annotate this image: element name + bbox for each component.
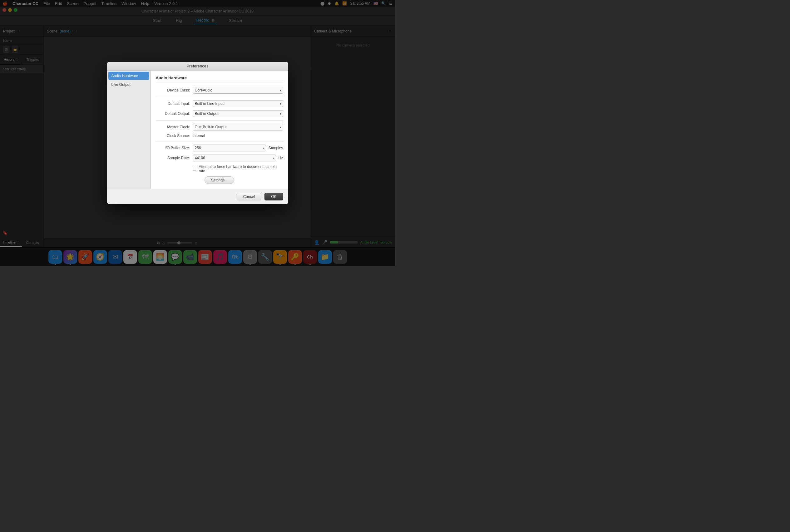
- dialog-footer: Cancel OK: [107, 189, 288, 204]
- default-input-value: Built-in Line Input: [195, 101, 224, 106]
- default-output-label: Default Output:: [156, 112, 190, 116]
- io-buffer-value: 256: [195, 146, 201, 150]
- divider-2: [156, 120, 283, 120]
- clock-source-row: Clock Source: Internal: [156, 134, 283, 138]
- force-sample-rate-checkbox[interactable]: [193, 167, 196, 171]
- sample-rate-unit: Hz: [279, 156, 283, 160]
- clock-source-value: Internal: [193, 134, 205, 138]
- dialog-sidebar: Audio Hardware Live Output: [107, 71, 151, 189]
- divider-1: [156, 97, 283, 97]
- io-buffer-row: I/O Buffer Size: 256 Samples: [156, 145, 283, 151]
- master-clock-value: Out: Built-in Output: [195, 125, 227, 129]
- settings-button[interactable]: Settings...: [205, 176, 234, 184]
- default-output-select[interactable]: Built-in Output: [193, 110, 283, 117]
- device-class-select-wrapper: CoreAudio: [193, 87, 283, 94]
- device-class-label: Device Class:: [156, 88, 190, 92]
- section-title: Audio Hardware: [156, 76, 283, 82]
- default-output-row: Default Output: Built-in Output: [156, 110, 283, 117]
- master-clock-select[interactable]: Out: Built-in Output: [193, 124, 283, 131]
- io-buffer-label: I/O Buffer Size:: [156, 146, 190, 150]
- checkbox-row: Attempt to force hardware to document sa…: [193, 165, 283, 173]
- sample-rate-select[interactable]: 44100: [193, 154, 276, 162]
- preferences-dialog: Preferences Audio Hardware Live Output A…: [107, 62, 288, 204]
- sidebar-item-audio-hardware[interactable]: Audio Hardware: [108, 72, 149, 80]
- default-input-select[interactable]: Built-in Line Input: [193, 100, 283, 107]
- default-input-label: Default Input:: [156, 101, 190, 106]
- io-buffer-select[interactable]: 256: [193, 145, 266, 151]
- modal-overlay: Preferences Audio Hardware Live Output A…: [0, 0, 395, 266]
- dialog-content: Audio Hardware Device Class: CoreAudio D…: [151, 71, 288, 189]
- dialog-body: Audio Hardware Live Output Audio Hardwar…: [107, 71, 288, 189]
- device-class-select[interactable]: CoreAudio: [193, 87, 283, 94]
- default-input-select-wrapper: Built-in Line Input: [193, 100, 283, 107]
- sidebar-live-output-label: Live Output: [111, 82, 131, 87]
- master-clock-row: Master Clock: Out: Built-in Output: [156, 124, 283, 131]
- sample-rate-label: Sample Rate:: [156, 156, 190, 160]
- master-clock-label: Master Clock:: [156, 125, 190, 129]
- default-output-value: Built-in Output: [195, 112, 219, 116]
- default-input-row: Default Input: Built-in Line Input: [156, 100, 283, 107]
- sidebar-item-live-output[interactable]: Live Output: [108, 80, 149, 89]
- divider-3: [156, 141, 283, 141]
- io-buffer-select-wrapper: 256: [193, 145, 266, 151]
- device-class-row: Device Class: CoreAudio: [156, 87, 283, 94]
- checkbox-label: Attempt to force hardware to document sa…: [199, 165, 283, 173]
- sidebar-audio-hardware-label: Audio Hardware: [111, 74, 138, 78]
- io-buffer-unit: Samples: [268, 146, 283, 150]
- sample-rate-row: Sample Rate: 44100 Hz: [156, 154, 283, 162]
- dialog-title: Preferences: [186, 64, 208, 69]
- sample-rate-value: 44100: [195, 156, 205, 160]
- master-clock-select-wrapper: Out: Built-in Output: [193, 124, 283, 131]
- clock-source-label: Clock Source:: [156, 134, 190, 138]
- sample-rate-select-wrapper: 44100: [193, 154, 276, 162]
- cancel-button[interactable]: Cancel: [237, 193, 261, 201]
- device-class-value: CoreAudio: [195, 88, 213, 92]
- default-output-select-wrapper: Built-in Output: [193, 110, 283, 117]
- ok-button[interactable]: OK: [264, 193, 283, 201]
- dialog-titlebar: Preferences: [107, 62, 288, 71]
